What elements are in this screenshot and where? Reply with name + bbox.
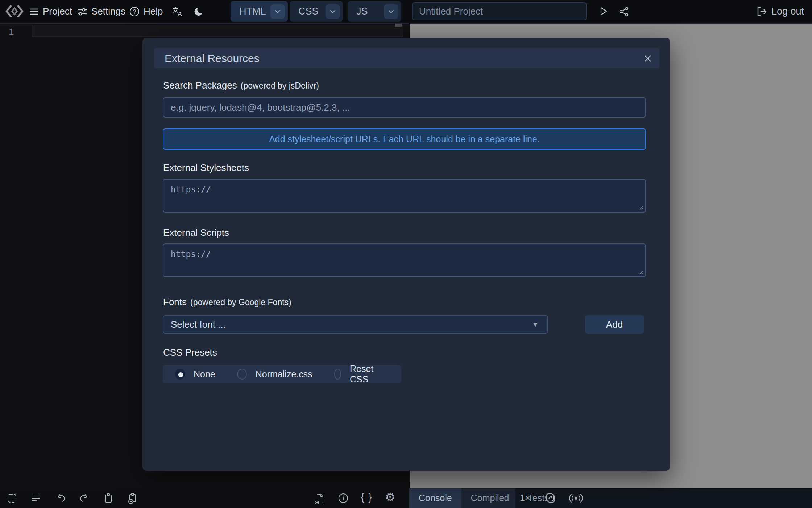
menu-help[interactable]: ? Help <box>129 0 163 23</box>
redo-icon <box>79 493 90 504</box>
font-select-value: Select font ... <box>171 319 226 330</box>
menu-help-label: Help <box>144 6 163 17</box>
js-dropdown-button[interactable] <box>384 4 398 19</box>
dialog-title: External Resources <box>154 52 260 65</box>
tab-js[interactable]: JS <box>348 1 401 22</box>
line-number: 1 <box>9 26 14 38</box>
external-scripts-label: External Scripts <box>163 227 229 238</box>
external-stylesheets-label: External Stylesheets <box>163 162 249 173</box>
logout-label: Log out <box>771 6 804 17</box>
translate-button[interactable]: A <box>172 0 183 23</box>
url-notice-banner[interactable]: Add stylesheet/script URLs. Each URL sho… <box>163 128 646 150</box>
logout-icon <box>756 6 768 17</box>
menu-settings-label: Settings <box>91 6 125 17</box>
undo-icon <box>55 493 66 504</box>
radio-unselected-icon <box>334 369 341 380</box>
stylesheets-placeholder: https:// <box>171 185 211 194</box>
zoom-level[interactable]: 1× <box>520 488 530 508</box>
menu-settings[interactable]: Settings <box>77 0 125 23</box>
resize-grip-icon[interactable] <box>638 205 644 210</box>
close-dialog-button[interactable] <box>641 52 654 65</box>
info-button[interactable] <box>338 493 349 504</box>
add-font-label: Add <box>606 319 623 330</box>
copy-button[interactable] <box>103 493 114 504</box>
share-button[interactable] <box>618 6 629 17</box>
tab-compiled-label: Compiled <box>471 493 509 503</box>
undo-button[interactable] <box>55 493 66 504</box>
radio-unselected-icon <box>237 369 247 380</box>
file-link-button[interactable] <box>314 493 325 504</box>
fonts-hint: (powered by Google Fonts) <box>190 298 291 307</box>
preset-reset-radio[interactable]: Reset CSS <box>334 364 380 385</box>
chevron-down-icon <box>387 8 395 16</box>
editor-scrollbar-thumb[interactable] <box>395 24 402 27</box>
selection-icon <box>7 493 17 504</box>
dark-mode-toggle[interactable] <box>194 0 204 23</box>
hamburger-icon <box>29 7 39 17</box>
logo-icon <box>5 4 24 19</box>
tab-css-label: CSS <box>290 6 319 17</box>
close-icon <box>643 54 652 63</box>
clipboard-remove-icon <box>127 493 139 504</box>
fonts-label: Fonts(powered by Google Fonts) <box>163 296 291 308</box>
play-icon <box>597 5 609 17</box>
preset-none-radio[interactable]: None <box>175 369 215 380</box>
app-logo[interactable] <box>5 4 24 19</box>
add-font-button[interactable]: Add <box>585 315 644 334</box>
tab-css[interactable]: CSS <box>290 1 343 22</box>
select-all-button[interactable] <box>7 493 17 504</box>
top-toolbar: Project Settings ? Help A <box>0 0 812 24</box>
format-code-button[interactable] <box>30 493 41 504</box>
redo-button[interactable] <box>79 493 90 504</box>
resize-grip-icon[interactable] <box>638 269 644 275</box>
tab-console[interactable]: Console <box>409 488 461 508</box>
open-preview-window-button[interactable] <box>545 492 556 504</box>
preset-normalize-radio[interactable]: Normalize.css <box>237 369 312 380</box>
tab-html-label: HTML <box>231 6 266 17</box>
chevron-down-icon <box>274 8 282 16</box>
braces-button[interactable]: { } <box>361 492 373 503</box>
sliders-icon <box>77 7 88 17</box>
package-search-placeholder: e.g. jquery, lodash@4, bootstrap@5.2.3, … <box>171 102 350 113</box>
editor-statusbar: { } ⚙ <box>0 488 409 508</box>
css-dropdown-button[interactable] <box>326 4 340 19</box>
select-arrow-icon: ▼ <box>532 321 539 329</box>
open-in-new-icon <box>545 492 556 504</box>
project-name-placeholder: Untitled Project <box>419 6 483 17</box>
css-presets-group: None Normalize.css Reset CSS <box>163 365 401 383</box>
paste-remove-button[interactable] <box>127 493 139 504</box>
editor-active-line[interactable] <box>32 25 403 37</box>
scripts-placeholder: https:// <box>171 249 211 259</box>
gear-icon: ⚙ <box>385 491 395 504</box>
font-select[interactable]: Select font ... ▼ <box>163 315 548 334</box>
tab-compiled[interactable]: Compiled <box>461 488 519 508</box>
css-presets-label: CSS Presets <box>163 347 217 358</box>
app-root: Project Settings ? Help A <box>0 0 812 508</box>
tab-js-label: JS <box>348 6 368 17</box>
project-name-input[interactable]: Untitled Project <box>412 2 587 20</box>
clipboard-icon <box>103 493 114 504</box>
logout-button[interactable]: Log out <box>756 0 804 23</box>
html-dropdown-button[interactable] <box>270 4 285 19</box>
editor-settings-button[interactable]: ⚙ <box>385 491 395 503</box>
fonts-title: Fonts <box>163 296 187 307</box>
format-icon <box>30 493 41 504</box>
external-scripts-textarea[interactable]: https:// <box>163 243 646 277</box>
broadcast-icon <box>569 493 583 504</box>
svg-text:A: A <box>178 11 182 17</box>
search-packages-hint: (powered by jsDelivr) <box>241 81 319 90</box>
tab-html[interactable]: HTML <box>231 1 288 22</box>
svg-text:?: ? <box>133 9 136 15</box>
file-link-icon <box>314 493 325 504</box>
external-stylesheets-textarea[interactable]: https:// <box>163 179 646 213</box>
menu-project-label: Project <box>43 6 72 17</box>
translate-icon: A <box>172 6 183 17</box>
radio-selected-icon <box>175 369 185 380</box>
preset-none-label: None <box>194 369 215 380</box>
live-reload-button[interactable] <box>569 493 583 504</box>
url-notice-text: Add stylesheet/script URLs. Each URL sho… <box>269 134 540 144</box>
moon-icon <box>194 6 204 17</box>
package-search-input[interactable]: e.g. jquery, lodash@4, bootstrap@5.2.3, … <box>163 97 646 118</box>
run-button[interactable] <box>597 5 609 17</box>
menu-project[interactable]: Project <box>29 0 72 23</box>
